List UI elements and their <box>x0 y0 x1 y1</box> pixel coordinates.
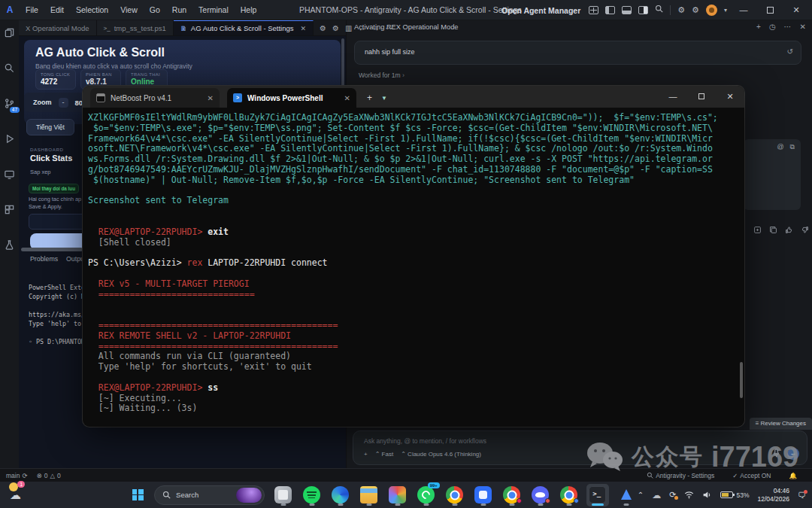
clock[interactable]: 04:4612/04/2026 <box>757 487 789 503</box>
taskbar-file-explorer[interactable] <box>358 484 380 506</box>
toggle-panel-icon[interactable] <box>622 6 632 14</box>
terminal-tab-powershell[interactable]: > Windows PowerShell ✕ <box>227 88 356 108</box>
branch-indicator[interactable]: main ⟳ <box>6 472 28 479</box>
navigate-back-icon[interactable]: ← <box>358 24 365 32</box>
taskbar-app-blue[interactable] <box>472 484 495 506</box>
open-settings-json-icon[interactable]: ⚙ <box>332 24 339 32</box>
taskbar-whatsapp[interactable]: 99+ <box>415 484 438 506</box>
taskbar-edge[interactable] <box>329 484 352 506</box>
close-tab-icon[interactable]: ✕ <box>344 94 350 102</box>
taskbar-search[interactable]: Search <box>154 485 265 505</box>
account-avatar[interactable] <box>706 5 717 16</box>
terminal-scrollbar-thumb[interactable] <box>740 362 743 398</box>
close-tab-icon[interactable]: ✕ <box>208 94 214 102</box>
tab-operational-mode[interactable]: X Operational Mode <box>19 20 97 35</box>
copy-icon[interactable]: ⧉ <box>790 143 795 151</box>
accept-toggle[interactable]: ✓ Accept ON <box>732 472 771 479</box>
terminal-tab-netboost[interactable]: NetBoost Pro v4.1 ✕ <box>90 88 220 108</box>
microphone-icon[interactable] <box>773 449 780 459</box>
run-debug-icon[interactable] <box>3 132 16 145</box>
taskbar-app-window[interactable] <box>272 484 295 506</box>
menu-run[interactable]: Run <box>166 0 192 20</box>
minimize-button[interactable]: — <box>734 0 753 20</box>
thumbs-up-icon[interactable] <box>785 224 793 237</box>
windows-terminal-window[interactable]: NetBoost Pro v4.1 ✕ > Windows PowerShell… <box>83 86 744 427</box>
wifi-icon[interactable] <box>684 488 694 502</box>
thumbs-down-icon[interactable] <box>801 224 809 237</box>
update-sync-icon[interactable]: ⟳ <box>669 490 676 500</box>
terminal-maximize-button[interactable] <box>687 86 716 108</box>
undo-icon[interactable]: ↺ <box>787 47 793 56</box>
taskbar-spotify[interactable] <box>301 484 323 506</box>
customize-layout-icon[interactable] <box>589 6 598 14</box>
search-icon[interactable] <box>655 0 663 20</box>
more-actions-icon[interactable]: ⋯ <box>784 23 792 31</box>
search-sidebar-icon[interactable] <box>3 62 16 75</box>
taskbar-chrome-3[interactable] <box>558 484 580 506</box>
taskbar-chrome-1[interactable] <box>444 484 466 506</box>
extensions-icon[interactable] <box>3 203 16 216</box>
explorer-icon[interactable] <box>3 26 16 39</box>
restore-button[interactable] <box>760 0 780 21</box>
tab-tmp-ss-test[interactable]: >_tmp_ss_test.ps1 <box>97 20 174 35</box>
review-changes-button[interactable]: ≡ Review Changes <box>750 418 812 430</box>
close-tab-icon[interactable]: ✕ <box>301 25 307 32</box>
menu-file[interactable]: File <box>20 0 44 20</box>
insert-icon[interactable] <box>753 224 762 237</box>
testing-beaker-icon[interactable] <box>3 239 16 251</box>
mention-icon[interactable]: @ <box>777 143 783 151</box>
navigate-forward-icon[interactable]: → <box>371 24 379 32</box>
onedrive-cloud-icon[interactable]: ☁ <box>652 490 661 500</box>
history-clock-icon[interactable]: ◷ <box>769 23 776 31</box>
settings-gear-icon[interactable]: ⚙ <box>320 24 326 32</box>
chat-input-box[interactable]: Ask anything, @ to mention, / for workfl… <box>353 430 807 465</box>
toggle-secondary-sidebar-icon[interactable] <box>638 6 648 14</box>
context-indicator[interactable]: Antigravity - Settings <box>647 472 714 479</box>
language-button[interactable]: Tiếng Việt <box>26 119 74 135</box>
terminal-close-button[interactable]: ✕ <box>716 86 744 108</box>
battery-indicator[interactable]: 53% <box>720 491 749 499</box>
more-actions-icon[interactable]: ⋯ <box>385 24 392 32</box>
taskbar-chrome-2[interactable] <box>501 484 523 506</box>
copy-icon[interactable] <box>769 224 777 237</box>
new-tab-icon[interactable]: + <box>367 93 372 103</box>
zoom-out-button[interactable]: - <box>59 98 68 108</box>
split-editor-icon[interactable]: ▥ <box>345 24 352 32</box>
mode-selector[interactable]: ⌃ Fast <box>375 451 394 458</box>
notifications-bell-icon[interactable]: 🔔 <box>789 472 797 479</box>
tab-dropdown-icon[interactable]: ▼ <box>381 95 387 102</box>
start-button[interactable] <box>127 484 148 506</box>
volume-icon[interactable] <box>702 488 712 502</box>
worked-collapse-row[interactable]: Worked for 1m › <box>359 71 404 79</box>
close-button[interactable]: ✕ <box>786 0 806 20</box>
problems-indicator[interactable]: ⊗ 0 △ 0 <box>37 472 61 479</box>
hidden-icons-chevron[interactable]: ⌃ <box>638 491 644 499</box>
editor-scrollbar[interactable] <box>341 38 344 87</box>
panel-tab-problems[interactable]: Problems <box>30 255 58 263</box>
open-agent-manager-button[interactable]: Open Agent Manager <box>501 6 580 15</box>
add-context-icon[interactable]: + <box>364 451 368 458</box>
toggle-primary-sidebar-icon[interactable] <box>605 6 615 14</box>
sync-gear-icon[interactable]: ⚙ <box>677 0 685 20</box>
chevron-down-icon[interactable]: ▾ <box>724 7 727 14</box>
notification-bell-icon[interactable]: 🗨 <box>798 491 806 500</box>
remote-explorer-icon[interactable] <box>3 168 16 181</box>
taskbar-discord[interactable] <box>529 484 552 506</box>
model-selector[interactable]: ⌃ Claude Opus 4.6 (Thinking) <box>401 451 481 458</box>
menu-help[interactable]: Help <box>235 0 263 20</box>
settings-gear-icon[interactable]: ⚙ <box>692 0 699 20</box>
menu-view[interactable]: View <box>114 0 144 20</box>
menu-edit[interactable]: Edit <box>44 0 70 20</box>
tab-ag-auto-click-settings[interactable]: 🗎AG Auto Click & Scroll - Settings✕ <box>174 20 314 35</box>
taskbar-antigravity[interactable] <box>615 484 638 506</box>
terminal-title-bar[interactable]: NetBoost Pro v4.1 ✕ > Windows PowerShell… <box>83 86 744 108</box>
menu-selection[interactable]: Selection <box>70 0 114 20</box>
taskbar-app-cube[interactable] <box>386 484 409 506</box>
taskbar-terminal[interactable] <box>586 484 609 506</box>
weather-widget[interactable]: ☁ 1 <box>0 488 31 502</box>
source-control-icon[interactable]: 47 <box>3 97 16 110</box>
horizontal-scrollbar[interactable] <box>21 248 83 251</box>
new-chat-icon[interactable]: + <box>756 23 761 31</box>
close-panel-icon[interactable]: ✕ <box>800 23 806 31</box>
menu-go[interactable]: Go <box>144 0 166 20</box>
